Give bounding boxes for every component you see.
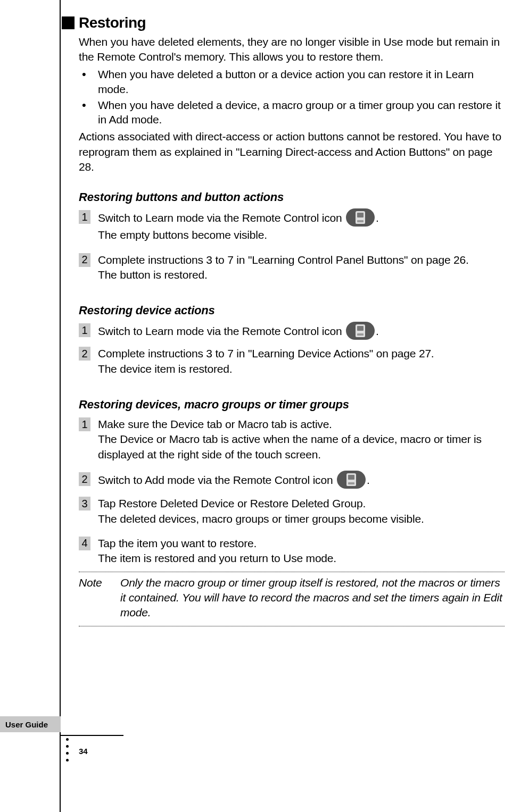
- step-main-text-post: .: [376, 212, 379, 224]
- note-divider: [79, 626, 505, 626]
- step-number-badge: 1: [79, 323, 90, 337]
- step-main-text: Tap Restore Deleted Device or Restore De…: [98, 497, 366, 509]
- list-item: • When you have deleted a button or a de…: [79, 67, 505, 97]
- list-item: • When you have deleted a device, a macr…: [79, 98, 505, 128]
- note-body: Only the macro group or timer group itse…: [120, 575, 505, 621]
- step-body: Tap Restore Deleted Device or Restore De…: [98, 496, 505, 526]
- numbered-step: 4 Tap the item you want to restore. The …: [79, 536, 505, 566]
- numbered-step: 3 Tap Restore Deleted Device or Restore …: [79, 496, 505, 526]
- footer-rule: [60, 735, 123, 736]
- bullet-icon: •: [79, 98, 98, 113]
- step-number-badge: 2: [79, 472, 90, 486]
- remote-control-icon: [346, 322, 375, 340]
- step-main-text-pre: Switch to Learn mode via the Remote Cont…: [98, 212, 345, 224]
- numbered-step: 1 Switch to Learn mode via the Remote Co…: [79, 323, 505, 341]
- step-main-text-post: .: [376, 325, 379, 337]
- step-sub-text: The device item is restored.: [98, 363, 232, 375]
- step-body: Switch to Learn mode via the Remote Cont…: [98, 323, 505, 341]
- bullet-list: • When you have deleted a button or a de…: [79, 67, 505, 128]
- step-sub-text: The deleted devices, macro groups or tim…: [98, 513, 424, 525]
- page-number: 34: [79, 747, 88, 756]
- step-main-text: Make sure the Device tab or Macro tab is…: [98, 418, 332, 430]
- bullet-text: When you have deleted a device, a macro …: [98, 98, 505, 128]
- step-main-text-pre: Switch to Learn mode via the Remote Cont…: [98, 325, 345, 337]
- subsection-heading: Restoring devices, macro groups or timer…: [79, 398, 505, 412]
- step-sub-text: The Device or Macro tab is active when t…: [98, 433, 482, 460]
- bullet-icon: •: [79, 67, 98, 82]
- intro-paragraph: When you have deleted elements, they are…: [79, 35, 505, 65]
- footer-dots: [66, 738, 69, 761]
- numbered-step: 1 Make sure the Device tab or Macro tab …: [79, 417, 505, 462]
- step-number-badge: 2: [79, 347, 90, 361]
- step-main-text-pre: Switch to Add mode via the Remote Contro…: [98, 474, 336, 486]
- step-main-text: Complete instructions 3 to 7 in "Learnin…: [98, 254, 469, 266]
- step-sub-text: The button is restored.: [98, 269, 208, 281]
- page-content: Restoring When you have deleted elements…: [79, 14, 505, 630]
- numbered-step: 2 Switch to Add mode via the Remote Cont…: [79, 472, 505, 490]
- step-sub-text: The item is restored and you return to U…: [98, 552, 336, 564]
- step-body: Switch to Learn mode via the Remote Cont…: [98, 210, 505, 242]
- remote-control-icon: [337, 471, 366, 489]
- note-label: Note: [79, 575, 120, 590]
- footer-tab: User Guide: [0, 716, 61, 732]
- note-divider: [79, 572, 505, 572]
- bullet-text: When you have deleted a button or a devi…: [98, 67, 505, 97]
- step-main-text: Complete instructions 3 to 7 in "Learnin…: [98, 347, 434, 359]
- heading-bullet-square: [62, 16, 75, 29]
- remote-control-icon: [346, 208, 375, 227]
- subsection-heading: Restoring buttons and button actions: [79, 190, 505, 204]
- after-bullets-paragraph: Actions associated with direct-access or…: [79, 129, 505, 174]
- note-block: Note Only the macro group or timer group…: [79, 575, 505, 621]
- step-body: Tap the item you want to restore. The it…: [98, 536, 505, 566]
- step-body: Complete instructions 3 to 7 in "Learnin…: [98, 253, 505, 283]
- step-sub-text: The empty buttons become visible.: [98, 229, 267, 241]
- step-number-badge: 1: [79, 210, 90, 224]
- numbered-step: 1 Switch to Learn mode via the Remote Co…: [79, 210, 505, 242]
- step-body: Switch to Add mode via the Remote Contro…: [98, 472, 505, 490]
- numbered-step: 2 Complete instructions 3 to 7 in "Learn…: [79, 346, 505, 376]
- section-heading: Restoring: [79, 14, 146, 31]
- step-number-badge: 1: [79, 417, 90, 431]
- step-number-badge: 2: [79, 253, 90, 267]
- step-number-badge: 3: [79, 497, 90, 510]
- numbered-step: 2 Complete instructions 3 to 7 in "Learn…: [79, 253, 505, 283]
- vertical-margin-rule: [60, 0, 61, 812]
- step-main-text: Tap the item you want to restore.: [98, 537, 257, 549]
- heading-row: Restoring: [62, 14, 505, 31]
- step-number-badge: 4: [79, 537, 90, 550]
- step-body: Complete instructions 3 to 7 in "Learnin…: [98, 346, 505, 376]
- step-body: Make sure the Device tab or Macro tab is…: [98, 417, 505, 462]
- subsection-heading: Restoring device actions: [79, 304, 505, 317]
- step-main-text-post: .: [367, 474, 370, 486]
